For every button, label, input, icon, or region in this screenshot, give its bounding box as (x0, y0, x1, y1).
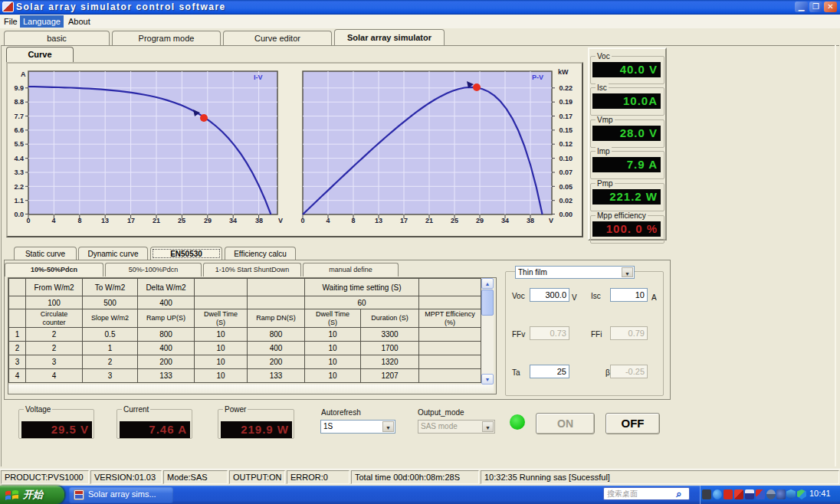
svg-text:0.02: 0.02 (559, 197, 573, 205)
svg-text:2.2: 2.2 (14, 183, 24, 191)
svg-text:4.4: 4.4 (14, 155, 24, 162)
svg-text:0.17: 0.17 (559, 113, 573, 120)
svg-text:3.3: 3.3 (14, 169, 24, 176)
svg-text:1.1: 1.1 (14, 197, 24, 205)
svg-text:V: V (549, 217, 553, 224)
svg-text:25: 25 (178, 217, 185, 224)
svg-text:38: 38 (527, 217, 534, 224)
svg-text:17: 17 (127, 217, 135, 224)
svg-text:21: 21 (153, 217, 160, 224)
svg-text:4: 4 (51, 217, 55, 224)
svg-text:0.22: 0.22 (559, 84, 573, 92)
svg-text:0.0: 0.0 (14, 211, 24, 218)
svg-text:38: 38 (255, 217, 263, 224)
svg-text:0.00: 0.00 (559, 211, 573, 218)
svg-text:21: 21 (425, 217, 433, 224)
svg-text:8: 8 (77, 217, 81, 224)
svg-text:4: 4 (326, 217, 330, 224)
svg-text:29: 29 (204, 217, 212, 224)
svg-text:9.9: 9.9 (14, 84, 24, 92)
svg-text:V: V (278, 217, 283, 224)
svg-text:13: 13 (101, 217, 109, 224)
svg-text:0: 0 (26, 217, 30, 224)
svg-text:7.7: 7.7 (14, 113, 24, 120)
svg-text:0: 0 (300, 217, 304, 224)
svg-text:0.19: 0.19 (559, 98, 573, 106)
svg-text:34: 34 (501, 217, 509, 224)
svg-text:kW: kW (558, 68, 569, 76)
svg-text:34: 34 (229, 217, 237, 224)
svg-text:0.15: 0.15 (559, 126, 573, 134)
svg-text:13: 13 (375, 217, 382, 224)
svg-text:0.12: 0.12 (559, 140, 573, 148)
svg-text:0.07: 0.07 (559, 169, 573, 176)
svg-text:0.10: 0.10 (559, 155, 573, 162)
svg-text:A: A (21, 70, 26, 78)
svg-text:0.05: 0.05 (559, 183, 573, 191)
svg-text:8: 8 (351, 217, 355, 224)
svg-text:25: 25 (451, 217, 458, 224)
svg-text:17: 17 (400, 217, 408, 224)
svg-text:8.8: 8.8 (14, 98, 24, 106)
svg-text:P-V: P-V (532, 74, 543, 81)
svg-text:I-V: I-V (254, 74, 263, 81)
svg-text:6.6: 6.6 (14, 126, 24, 134)
svg-text:29: 29 (476, 217, 484, 224)
svg-text:5.5: 5.5 (14, 140, 24, 148)
